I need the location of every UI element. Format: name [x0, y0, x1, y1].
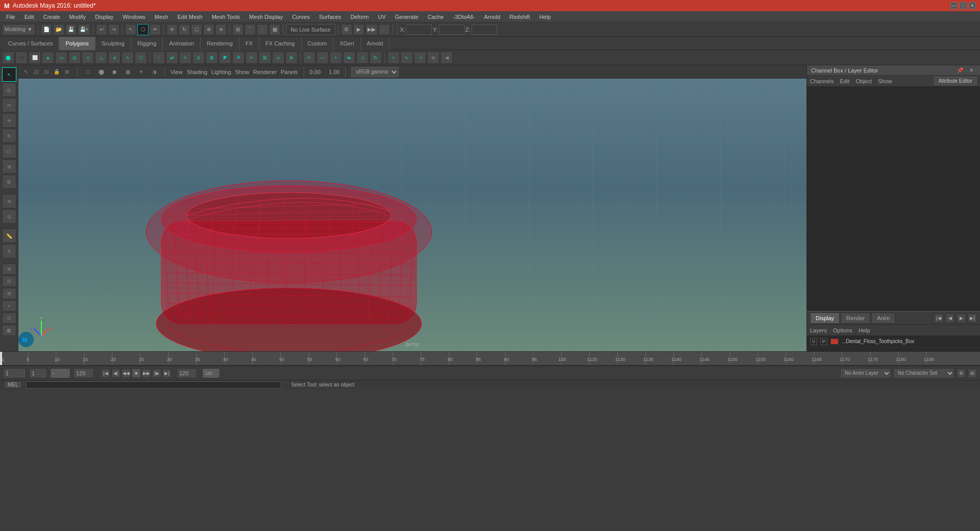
- coord-x-input[interactable]: [406, 25, 432, 35]
- current-frame-input[interactable]: [3, 368, 26, 378]
- vp-light-icon[interactable]: ☀: [136, 67, 145, 77]
- smooth-btn[interactable]: ≈: [387, 52, 400, 64]
- universal-manip-btn[interactable]: ⊕: [203, 24, 214, 35]
- fill-hole-btn[interactable]: ⊙: [192, 52, 205, 64]
- new-file-btn[interactable]: 📄: [41, 24, 52, 35]
- vp-panels-menu[interactable]: Panels: [281, 69, 298, 75]
- lasso-select-btn[interactable]: ⬡: [137, 24, 149, 35]
- menu-display[interactable]: Display: [91, 13, 117, 21]
- select-tool-btn[interactable]: ↖: [2, 67, 16, 82]
- display-tab[interactable]: Display: [810, 312, 840, 324]
- play-back-btn[interactable]: ◀◀: [121, 369, 131, 378]
- soft-select-btn[interactable]: ≋: [215, 24, 227, 35]
- soft-mod-btn[interactable]: ⊙: [2, 209, 16, 224]
- vp-texture-icon[interactable]: ▦: [123, 67, 132, 77]
- universal-tool-btn[interactable]: ⊕: [2, 159, 16, 174]
- menu-mesh-tools[interactable]: Mesh Tools: [208, 13, 244, 21]
- menu-curves[interactable]: Curves: [288, 13, 314, 21]
- connect-btn[interactable]: —: [316, 52, 329, 64]
- layout-grid-btn[interactable]: ⊞: [2, 263, 16, 275]
- soccer-icon-btn[interactable]: ⬡: [135, 52, 147, 64]
- vp-shading-menu[interactable]: Shading: [187, 69, 207, 75]
- boolean-union-btn[interactable]: ∪: [272, 52, 284, 64]
- scale-btn[interactable]: ⬡: [191, 24, 202, 35]
- channel-box-pin-btn[interactable]: 📌: [955, 66, 965, 75]
- vp-shadow-icon[interactable]: ◑: [150, 67, 159, 77]
- edit-tab[interactable]: Edit: [840, 78, 849, 84]
- vp-show-menu[interactable]: Show: [235, 69, 250, 75]
- step-back-btn[interactable]: ◀|: [111, 369, 120, 378]
- tab-curves-surfaces[interactable]: Curves / Surfaces: [2, 37, 59, 50]
- restore-button[interactable]: □: [960, 2, 967, 9]
- help-menu-item[interactable]: Help: [859, 327, 870, 333]
- no-live-surface[interactable]: No Live Surface: [286, 24, 335, 35]
- no-anim-layer-select[interactable]: No Anim Layer: [840, 368, 891, 378]
- open-file-btn[interactable]: 📂: [53, 24, 64, 35]
- tab-rigging[interactable]: Rigging: [131, 37, 163, 50]
- layer-fwd-btn[interactable]: ▶: [957, 313, 966, 323]
- tab-sculpting[interactable]: Sculpting: [95, 37, 131, 50]
- layer-playback-btn[interactable]: P: [820, 338, 827, 345]
- viewport-canvas[interactable]: persp X Z Y M: [18, 79, 806, 351]
- undo-btn[interactable]: ↩: [96, 24, 107, 35]
- render-tab[interactable]: Render: [841, 312, 870, 324]
- save-file-btn[interactable]: 💾: [65, 24, 77, 35]
- range-end-input[interactable]: [74, 368, 94, 378]
- snap-surface-btn[interactable]: ▦: [269, 24, 280, 35]
- bridge-btn[interactable]: ⇌: [166, 52, 178, 64]
- move-tool-btn[interactable]: ✛: [2, 113, 16, 128]
- show-manip-tool-btn[interactable]: ⚙: [2, 175, 16, 189]
- step-fwd-btn[interactable]: |▶: [152, 369, 161, 378]
- mel-input[interactable]: [26, 381, 281, 389]
- insert-edge-btn[interactable]: +: [330, 52, 342, 64]
- menu-redshift[interactable]: Redshift: [505, 13, 534, 21]
- attr-editor-tab[interactable]: Attribute Editor: [934, 77, 977, 85]
- menu-edit[interactable]: Edit: [20, 13, 38, 21]
- timeline[interactable]: 1 5 10 15 20 25 30 35 40 45 50 55 60 65 …: [0, 351, 980, 366]
- rotate-tool-btn[interactable]: ↻: [2, 129, 16, 143]
- render-settings-btn[interactable]: ⚙: [341, 24, 352, 35]
- sculpt-btn[interactable]: ∿: [401, 52, 413, 64]
- mirror-btn[interactable]: ⊣: [414, 52, 426, 64]
- coord-y-input[interactable]: [439, 25, 464, 35]
- paint-select-btn[interactable]: ✏: [150, 24, 161, 35]
- go-to-end-btn[interactable]: ▶|: [162, 369, 172, 378]
- layout-5-btn[interactable]: ⊡: [2, 312, 16, 324]
- char-set-extra-btn[interactable]: ⊞: [968, 369, 977, 378]
- paint-select-tool-btn[interactable]: ✏: [2, 98, 16, 112]
- options-menu-item[interactable]: Options: [833, 327, 852, 333]
- menu-windows[interactable]: Windows: [118, 13, 150, 21]
- lasso-tool-btn[interactable]: ◎: [2, 83, 16, 97]
- layer-visibility-btn[interactable]: V: [810, 338, 817, 345]
- menu-help[interactable]: Help: [535, 13, 555, 21]
- vp-select-icon[interactable]: ↖: [21, 67, 31, 77]
- merge-btn[interactable]: ⊞: [259, 52, 271, 64]
- extrude-btn[interactable]: ↑: [153, 52, 165, 64]
- channel-box-close-btn[interactable]: ✕: [967, 66, 976, 75]
- tab-arnold[interactable]: Arnold: [361, 37, 390, 50]
- end-frame-input[interactable]: [177, 368, 197, 378]
- menu-edit-mesh[interactable]: Edit Mesh: [174, 13, 207, 21]
- save-as-btn[interactable]: 💾+: [78, 24, 91, 35]
- scale-tool-btn[interactable]: ⬡: [2, 144, 16, 158]
- char-set-settings-btn[interactable]: ⚙: [957, 369, 966, 378]
- combine-btn[interactable]: ⊕: [285, 52, 298, 64]
- menu-3dtool[interactable]: -3DtoAll-: [449, 13, 479, 21]
- cleanup-btn[interactable]: ⊗: [427, 52, 439, 64]
- collapse-btn[interactable]: ⊠: [206, 52, 218, 64]
- minimize-button[interactable]: —: [950, 2, 958, 9]
- mode-dropdown[interactable]: Modeling ▼: [2, 24, 35, 35]
- torus-icon-btn[interactable]: ◎: [68, 52, 81, 64]
- sphere-icon-btn[interactable]: ⬤: [2, 52, 14, 64]
- coord-z-input[interactable]: [472, 25, 497, 35]
- show-tab[interactable]: Show: [878, 78, 892, 84]
- ipr-render-btn[interactable]: ▶▶: [365, 24, 378, 35]
- render-cam-btn[interactable]: 🎥: [379, 24, 390, 35]
- menu-generate[interactable]: Generate: [391, 13, 423, 21]
- render-btn[interactable]: ▶: [353, 24, 364, 35]
- tab-rendering[interactable]: Rendering: [201, 37, 239, 50]
- layout-quad-btn[interactable]: ⊞: [2, 288, 16, 299]
- tab-animation[interactable]: Animation: [163, 37, 201, 50]
- object-tab[interactable]: Object: [855, 78, 872, 84]
- vp-grid-icon[interactable]: ⊞: [62, 67, 71, 77]
